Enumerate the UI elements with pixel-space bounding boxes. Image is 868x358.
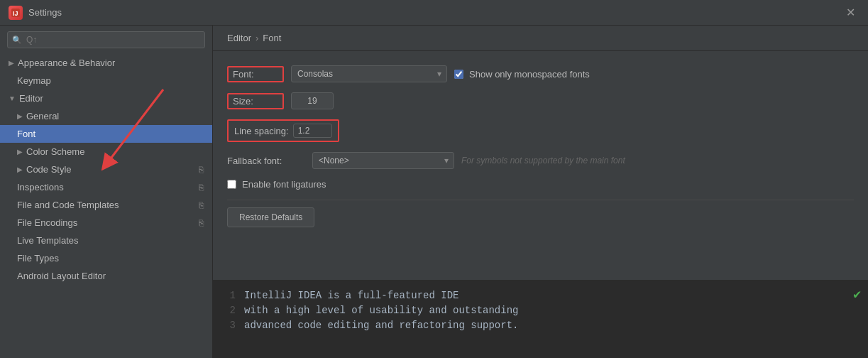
sidebar-item-label: Appearance & Behavior [18,58,115,68]
sidebar-item-label: Inspections [17,182,64,192]
close-button[interactable]: ✕ [842,4,859,21]
font-row: Font: Consolas Show only monospaced font… [227,65,854,82]
restore-defaults-button[interactable]: Restore Defaults [227,207,314,227]
search-input[interactable] [7,31,205,48]
size-label: Size: [227,93,284,109]
fallback-select-wrapper[interactable]: <None> [312,152,454,169]
line-spacing-row-wrapper: Line spacing: [227,119,854,142]
sidebar-item-label: Live Templates [17,235,78,246]
window-title: Settings [28,7,62,18]
line-number-3: 3 [224,318,236,333]
preview-line-2: 2 with a high level of usability and out… [224,303,857,318]
ligatures-row: Enable font ligatures [227,179,854,190]
search-box[interactable]: 🔍 [7,31,205,48]
sidebar-item-appearance[interactable]: ▶ Appearance & Behavior [0,54,212,72]
sidebar-item-live-templates[interactable]: Live Templates [0,232,212,249]
preview-line-3: 3 advanced code editing and refactoring … [224,318,857,333]
title-bar-left: IJ Settings [9,6,62,20]
title-bar: IJ Settings ✕ [0,0,868,26]
fallback-select[interactable]: <None> [312,152,454,169]
expand-icon: ▶ [9,59,14,67]
sidebar-item-label: Keymap [17,75,51,86]
line-number-2: 2 [224,303,236,318]
panel-body: Font: Consolas Show only monospaced font… [213,51,868,280]
line-content-1: IntelliJ IDEA is a full-featured IDE [244,288,458,303]
breadcrumb-current: Font [263,33,281,43]
ligatures-checkbox[interactable] [227,180,236,189]
sidebar-item-file-encodings[interactable]: File Encodings ⎘ [0,214,212,232]
svg-text:IJ: IJ [13,10,18,17]
font-select[interactable]: Consolas [291,65,447,82]
sidebar-item-inspections[interactable]: Inspections ⎘ [0,178,212,196]
search-icon: 🔍 [12,36,22,45]
check-icon: ✔ [853,286,861,305]
sidebar-item-android-layout[interactable]: Android Layout Editor [0,267,212,285]
sidebar-item-label: Editor [19,93,43,104]
panel-header: Editor › Font [213,26,868,51]
sidebar-item-editor[interactable]: ▼ Editor [0,90,212,107]
main-content: 🔍 ▶ Appearance & Behavior Keymap ▼ Edito… [0,26,868,358]
sidebar-item-label: File Encodings [17,217,77,228]
preview-line-1: 1 IntelliJ IDEA is a full-featured IDE [224,288,857,303]
sidebar-item-label: File Types [17,253,59,264]
breadcrumb-separator: › [256,33,258,43]
expand-icon: ▶ [17,166,23,173]
right-panel: Editor › Font Font: Consolas Show only m… [213,26,868,358]
sidebar-item-general[interactable]: ▶ General [0,107,212,125]
show-mono-row: Show only monospaced fonts [454,69,590,80]
separator [227,200,854,200]
expand-icon: ▶ [17,148,23,156]
sidebar-item-color-scheme[interactable]: ▶ Color Scheme [0,143,212,161]
line-spacing-label: Line spacing: [234,126,289,136]
copy-icon: ⎘ [199,165,204,175]
line-spacing-input[interactable] [293,124,332,138]
show-mono-label: Show only monospaced fonts [469,69,590,80]
expand-icon: ▶ [17,112,23,120]
line-number-1: 1 [224,288,236,303]
line-content-3: advanced code editing and refactoring su… [244,318,518,333]
breadcrumb-parent: Editor [227,33,251,43]
sidebar-item-file-code-templates[interactable]: File and Code Templates ⎘ [0,196,212,214]
sidebar-item-font[interactable]: Font [0,125,212,143]
sidebar-item-label: General [26,111,59,121]
line-spacing-container: Line spacing: [227,119,339,142]
sidebar-item-label: Font [17,129,35,139]
fallback-hint: For symbols not supported by the main fo… [461,156,625,166]
size-row: Size: [227,92,854,109]
sidebar: 🔍 ▶ Appearance & Behavior Keymap ▼ Edito… [0,26,213,358]
line-content-2: with a high level of usability and outst… [244,303,518,318]
sidebar-item-keymap[interactable]: Keymap [0,72,212,90]
expand-icon: ▼ [9,94,16,102]
sidebar-item-label: Color Scheme [26,146,84,157]
preview-area: 1 IntelliJ IDEA is a full-featured IDE 2… [213,280,868,358]
font-label: Font: [227,66,284,82]
size-input[interactable] [291,92,334,109]
copy-icon: ⎘ [199,183,204,192]
copy-icon: ⎘ [199,200,204,210]
copy-icon: ⎘ [199,218,204,228]
sidebar-item-file-types[interactable]: File Types [0,249,212,267]
ligatures-label: Enable font ligatures [242,179,326,190]
sidebar-item-label: File and Code Templates [17,200,119,210]
show-mono-checkbox[interactable] [454,70,463,79]
fallback-label: Fallback font: [227,156,305,166]
font-select-wrapper[interactable]: Consolas [291,65,447,82]
sidebar-item-label: Android Layout Editor [17,271,106,281]
sidebar-item-code-style[interactable]: ▶ Code Style ⎘ [0,161,212,178]
fallback-row: Fallback font: <None> For symbols not su… [227,152,854,169]
sidebar-item-label: Code Style [26,164,72,175]
app-icon: IJ [9,6,23,20]
